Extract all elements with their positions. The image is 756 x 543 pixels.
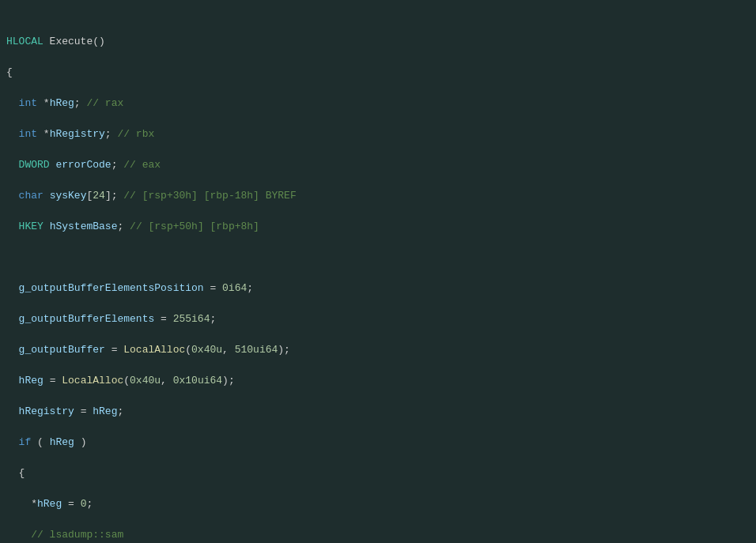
code-line-6: char sysKey[24]; // [rsp+30h] [rbp-18h] … — [0, 188, 756, 204]
code-line-17: // lsadump::sam — [0, 527, 756, 543]
code-line-14: if ( hReg ) — [0, 435, 756, 451]
code-line-4: int *hRegistry; // rbx — [0, 126, 756, 142]
code-line-1: HLOCAL Execute() — [0, 34, 756, 50]
code-line-11: g_outputBuffer = LocalAlloc(0x40u, 510ui… — [0, 342, 756, 358]
code-line-5: DWORD errorCode; // eax — [0, 157, 756, 173]
code-line-12: hReg = LocalAlloc(0x40u, 0x10ui64); — [0, 373, 756, 389]
code-line-9: g_outputBufferElementsPosition = 0i64; — [0, 281, 756, 296]
code-viewer: HLOCAL Execute() { int *hReg; // rax int… — [0, 0, 756, 543]
code-line-16: *hReg = 0; — [0, 496, 756, 512]
code-line-7: HKEY hSystemBase; // [rsp+50h] [rbp+8h] — [0, 219, 756, 235]
code-line-13: hRegistry = hReg; — [0, 404, 756, 420]
code-line-8 — [0, 250, 756, 265]
code-line-2: { — [0, 65, 756, 81]
code-line-3: int *hReg; // rax — [0, 96, 756, 111]
code-line-15: { — [0, 466, 756, 481]
code-line-10: g_outputBufferElements = 255i64; — [0, 311, 756, 327]
